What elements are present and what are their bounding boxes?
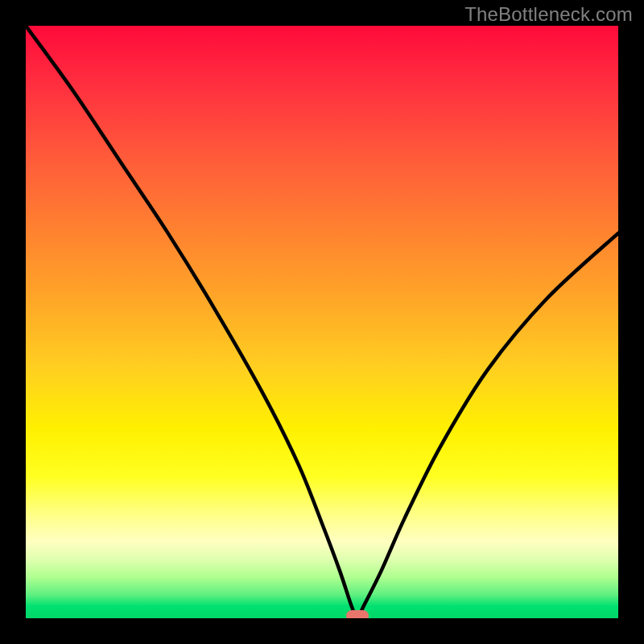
chart-frame: TheBottleneck.com [0,0,644,644]
plot-area [26,26,618,618]
bottleneck-curve [26,26,618,618]
optimal-point-marker [346,610,369,618]
watermark-text: TheBottleneck.com [464,3,633,26]
